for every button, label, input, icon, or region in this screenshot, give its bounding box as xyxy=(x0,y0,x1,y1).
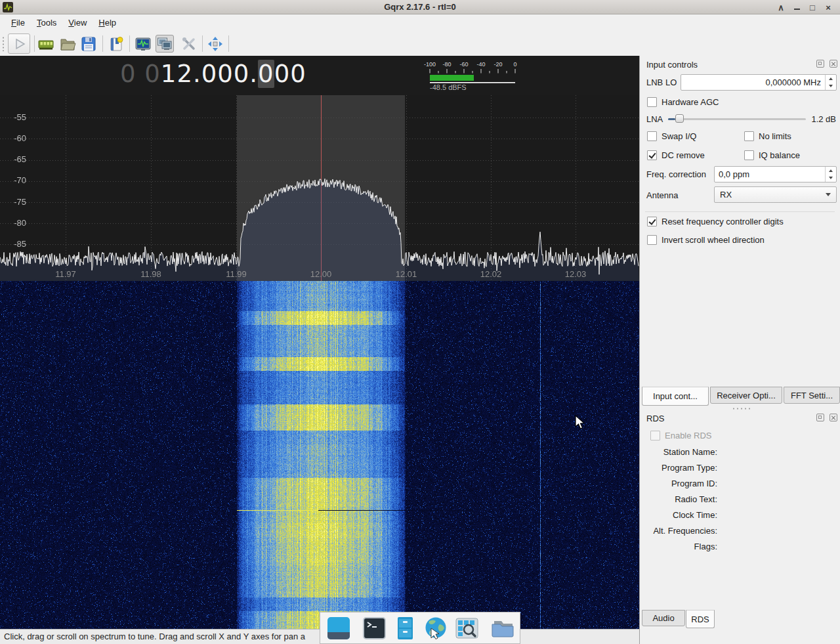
rds-program-id-label: Program ID: xyxy=(640,479,717,489)
frequency-dim-digits[interactable]: 0 0 xyxy=(120,60,161,88)
menu-help[interactable]: Help xyxy=(93,15,122,31)
menu-file[interactable]: File xyxy=(5,15,31,31)
freq-correction-label: Freq. correction xyxy=(646,169,706,180)
tab-fft-settings[interactable]: FFT Setti... xyxy=(784,387,840,404)
window-title: Gqrx 2.17.6 - rtl=0 xyxy=(0,2,840,12)
swap-iq-label: Swap I/Q xyxy=(662,131,696,141)
minimize-button[interactable] xyxy=(789,3,805,12)
lnb-lo-label: LNB LO xyxy=(646,77,677,88)
start-dsp-button[interactable] xyxy=(8,33,30,54)
chevron-down-icon xyxy=(826,193,831,196)
terminal-icon[interactable] xyxy=(361,616,387,641)
statusbar-text: Click, drag or scroll on spectrum to tun… xyxy=(4,632,305,641)
desktop-dock xyxy=(320,612,520,644)
hardware-agc-label: Hardware AGC xyxy=(662,97,719,107)
rds-clock-time-label: Clock Time: xyxy=(640,510,717,521)
lna-slider-handle[interactable] xyxy=(675,114,684,123)
antenna-combobox[interactable]: RX xyxy=(714,186,837,203)
show-desktop-icon[interactable] xyxy=(326,616,352,641)
spin-up-icon[interactable] xyxy=(826,75,836,83)
menu-tools[interactable]: Tools xyxy=(31,15,62,31)
dc-remove-checkbox[interactable]: DC remove xyxy=(647,150,705,160)
tab-input-controls[interactable]: Input cont... xyxy=(642,387,709,406)
tools-button[interactable] xyxy=(180,35,198,53)
file-manager-icon[interactable] xyxy=(489,616,516,641)
tab-audio[interactable]: Audio xyxy=(642,610,685,626)
rds-station-name-label: Station Name: xyxy=(640,447,717,458)
rds-alt-frequencies-label: Alt. Frequencies: xyxy=(640,526,717,536)
frequency-display[interactable]: 0 012.000.000 xyxy=(120,60,306,88)
dock-close-button[interactable] xyxy=(830,414,837,421)
tab-label: FFT Setti... xyxy=(791,391,833,400)
menu-view[interactable]: View xyxy=(62,15,93,31)
no-limits-checkbox[interactable]: No limits xyxy=(744,131,791,141)
remote-computers-icon xyxy=(156,35,173,53)
iq-balance-checkbox[interactable]: IQ balance xyxy=(744,150,800,160)
iq-balance-label: IQ balance xyxy=(759,150,800,160)
waterfall-display[interactable] xyxy=(0,281,639,629)
menubar: File Tools View Help xyxy=(0,14,840,32)
reset-digits-checkbox[interactable]: Reset frequency controller digits xyxy=(647,216,784,226)
frequency-highlighted-digit[interactable]: 0 xyxy=(258,60,274,88)
spectrum-area: 0 012.000.000 -100 -80 -60 -40 -20 0 -48… xyxy=(0,56,639,644)
reset-digits-label: Reset frequency controller digits xyxy=(662,217,784,226)
dock-float-button[interactable] xyxy=(816,60,824,68)
file-cabinet-icon[interactable] xyxy=(392,616,418,641)
floppy-save-icon xyxy=(80,35,97,53)
swap-iq-checkbox[interactable]: Swap I/Q xyxy=(647,131,696,141)
maximize-button[interactable]: □ xyxy=(805,3,820,12)
dsp-settings-button[interactable] xyxy=(134,35,152,53)
pan-arrows-icon xyxy=(207,35,224,53)
save-button[interactable] xyxy=(79,35,98,53)
oscilloscope-icon xyxy=(135,35,152,53)
meter-tick-label: -40 xyxy=(476,61,485,68)
meter-tick-label: 0 xyxy=(513,61,516,68)
spin-down-icon[interactable] xyxy=(826,175,836,182)
dock-close-button[interactable] xyxy=(830,60,837,68)
spin-up-icon[interactable] xyxy=(826,167,836,175)
app-finder-icon[interactable] xyxy=(453,616,480,641)
antenna-label: Antenna xyxy=(646,190,678,201)
invert-scroll-checkbox[interactable]: Invert scroll wheel direction xyxy=(647,234,765,245)
rds-flags-label: Flags: xyxy=(640,542,717,552)
frequency-digits-tail[interactable]: 00 xyxy=(274,60,306,88)
toolbar-drag-handle[interactable] xyxy=(2,36,5,51)
frequency-area: 0 012.000.000 -100 -80 -60 -40 -20 0 -48… xyxy=(0,56,639,95)
tab-rds[interactable]: RDS xyxy=(686,610,715,628)
shade-button[interactable]: ∧ xyxy=(773,3,789,12)
spectrum-plot[interactable] xyxy=(0,95,639,281)
meter-tick-label: -80 xyxy=(442,61,451,68)
toolbar xyxy=(0,32,840,56)
pan-zoom-button[interactable] xyxy=(206,35,224,53)
control-panel: Input controls LNB LO 0,000000 MHz Hardw… xyxy=(639,56,840,644)
meter-value-label: -48.5 dBFS xyxy=(430,83,467,91)
close-button[interactable]: × xyxy=(820,3,836,12)
tab-receiver-options[interactable]: Receiver Opti... xyxy=(710,387,782,404)
meter-tick-label: -100 xyxy=(424,61,436,68)
remote-control-button[interactable] xyxy=(156,35,174,53)
no-limits-label: No limits xyxy=(759,131,791,141)
tab-label: RDS xyxy=(691,614,709,624)
hardware-agc-checkbox[interactable]: Hardware AGC xyxy=(647,97,719,107)
frequency-digits[interactable]: 12.000. xyxy=(161,60,258,88)
freq-correction-value[interactable]: 0,0 ppm xyxy=(715,167,825,182)
configure-io-button[interactable] xyxy=(37,35,55,53)
open-button[interactable] xyxy=(58,35,77,53)
splitter-handle[interactable] xyxy=(732,408,750,410)
lnb-lo-value[interactable]: 0,000000 MHz xyxy=(681,75,825,90)
spin-down-icon[interactable] xyxy=(826,83,836,91)
enable-rds-checkbox[interactable]: Enable RDS xyxy=(650,430,712,440)
web-browser-icon[interactable] xyxy=(423,616,449,641)
meter-tick-label: -60 xyxy=(459,61,468,68)
titlebar[interactable]: Gqrx 2.17.6 - rtl=0 ∧ □ × xyxy=(0,0,840,14)
lna-slider[interactable] xyxy=(668,114,806,123)
freq-correction-spinbox[interactable]: 0,0 ppm xyxy=(714,166,837,182)
rds-program-type-label: Program Type: xyxy=(640,463,717,473)
meter-level-bar xyxy=(430,75,474,81)
lnb-lo-spinbox[interactable]: 0,000000 MHz xyxy=(681,74,837,91)
rds-radio-text-label: Radio Text: xyxy=(640,494,717,505)
signal-meter: -100 -80 -60 -40 -20 0 -48.5 dBFS xyxy=(422,60,522,91)
tab-label: Audio xyxy=(652,613,674,623)
bookmarks-button[interactable] xyxy=(107,35,125,53)
dock-float-button[interactable] xyxy=(816,414,824,421)
